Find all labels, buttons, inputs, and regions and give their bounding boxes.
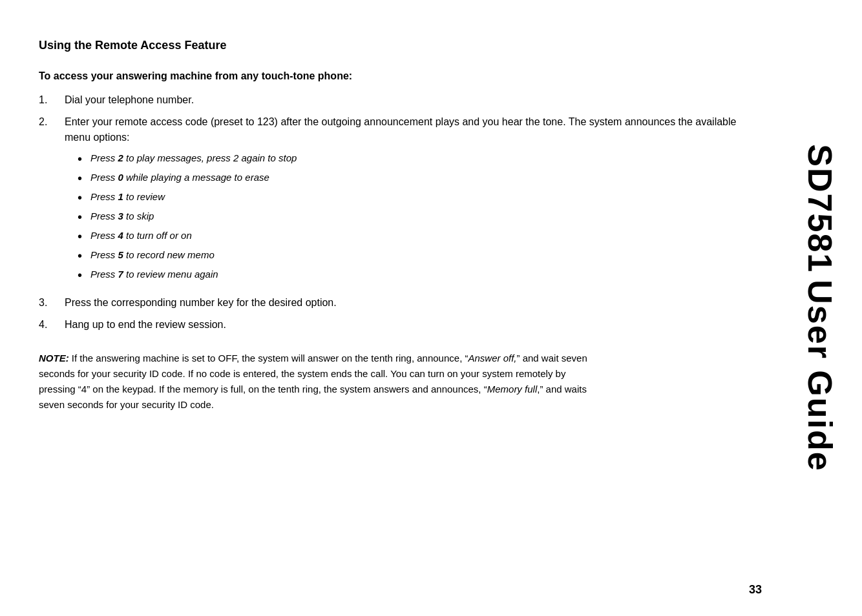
note-section: NOTE: If the answering machine is set to… bbox=[39, 351, 594, 413]
sidebar-container: SD7581 User Guide bbox=[778, 0, 862, 616]
bullet-dot-3: • bbox=[78, 189, 90, 206]
sidebar-model: SD7581 bbox=[801, 144, 839, 273]
bullet-item-5: • Press 4 to turn off or on bbox=[78, 228, 759, 245]
note-italic-1: Answer off, bbox=[468, 353, 516, 364]
bullet-list: • Press 2 to play messages, press 2 agai… bbox=[78, 150, 759, 283]
main-content: Using the Remote Access Feature To acces… bbox=[39, 39, 759, 577]
list-item-1: 1. Dial your telephone number. bbox=[39, 92, 759, 108]
bullet-item-7: • Press 7 to review menu again bbox=[78, 267, 759, 283]
bullet-item-4: • Press 3 to skip bbox=[78, 209, 759, 225]
bullet-text-7: Press 7 to review menu again bbox=[90, 267, 218, 282]
bullet-dot-2: • bbox=[78, 170, 90, 187]
step-2-intro: Enter your remote access code (preset to… bbox=[65, 116, 736, 143]
step-text-1: Dial your telephone number. bbox=[65, 92, 759, 108]
note-italic-2: Memory full bbox=[487, 384, 538, 395]
bullet-item-3: • Press 1 to review bbox=[78, 189, 759, 206]
bullet-dot-7: • bbox=[78, 267, 90, 283]
list-item-3: 3. Press the corresponding number key fo… bbox=[39, 295, 759, 311]
sidebar-guide: User Guide bbox=[801, 280, 839, 471]
section-title: Using the Remote Access Feature bbox=[39, 39, 759, 52]
bullet-text-6: Press 5 to record new memo bbox=[90, 247, 215, 263]
bullet-text-1: Press 2 to play messages, press 2 again … bbox=[90, 150, 297, 166]
bullet-text-2: Press 0 while playing a message to erase bbox=[90, 170, 269, 185]
note-label: NOTE: bbox=[39, 353, 69, 364]
bullet-dot-6: • bbox=[78, 247, 90, 264]
bullet-item-1: • Press 2 to play messages, press 2 agai… bbox=[78, 150, 759, 167]
step-text-3: Press the corresponding number key for t… bbox=[65, 295, 759, 311]
bullet-dot-1: • bbox=[78, 150, 90, 167]
sidebar-label: SD7581 User Guide bbox=[801, 144, 839, 471]
step-number-1: 1. bbox=[39, 92, 65, 108]
bullet-dot-4: • bbox=[78, 209, 90, 225]
list-item-2: 2. Enter your remote access code (preset… bbox=[39, 114, 759, 289]
bullet-item-2: • Press 0 while playing a message to era… bbox=[78, 170, 759, 187]
list-item-4: 4. Hang up to end the review session. bbox=[39, 317, 759, 333]
page-number: 33 bbox=[749, 583, 762, 597]
bullet-item-6: • Press 5 to record new memo bbox=[78, 247, 759, 264]
note-text-1: If the answering machine is set to OFF, … bbox=[69, 353, 468, 364]
step-number-3: 3. bbox=[39, 295, 65, 311]
bullet-text-3: Press 1 to review bbox=[90, 189, 165, 205]
step-text-4: Hang up to end the review session. bbox=[65, 317, 759, 333]
step-text-2: Enter your remote access code (preset to… bbox=[65, 114, 759, 289]
step-number-2: 2. bbox=[39, 114, 65, 130]
subsection-title: To access your answering machine from an… bbox=[39, 70, 759, 82]
bullet-text-5: Press 4 to turn off or on bbox=[90, 228, 192, 243]
numbered-list: 1. Dial your telephone number. 2. Enter … bbox=[39, 92, 759, 333]
bullet-text-4: Press 3 to skip bbox=[90, 209, 154, 224]
bullet-dot-5: • bbox=[78, 228, 90, 245]
step-number-4: 4. bbox=[39, 317, 65, 333]
